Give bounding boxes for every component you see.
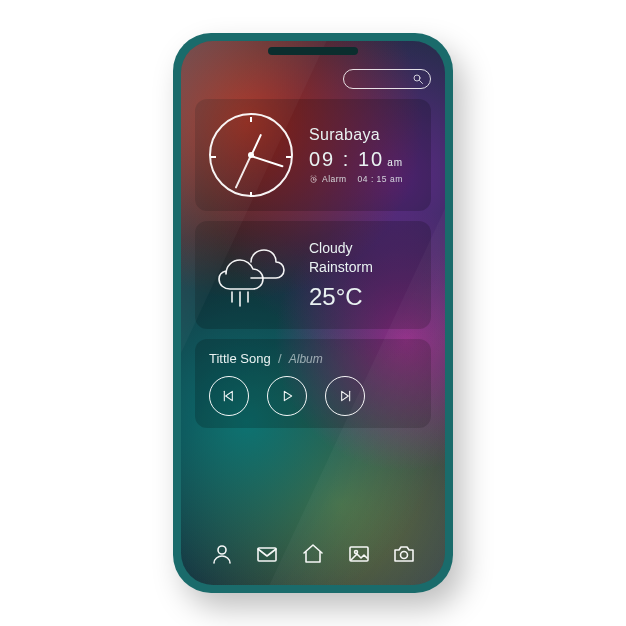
alarm-row: Alarm 04 : 15 am bbox=[309, 174, 403, 184]
svg-point-15 bbox=[218, 546, 226, 554]
track-info: Tittle Song / Album bbox=[209, 351, 417, 366]
dock bbox=[195, 533, 431, 575]
analog-clock-icon bbox=[209, 113, 293, 197]
temperature: 25°C bbox=[309, 283, 373, 311]
gallery-button[interactable] bbox=[344, 539, 374, 569]
weather-widget[interactable]: Cloudy Rainstorm 25°C bbox=[195, 221, 431, 329]
alarm-icon bbox=[309, 175, 318, 184]
svg-line-5 bbox=[311, 175, 312, 176]
clock-widget[interactable]: Surabaya 09 : 10am Alarm 04 : 15 am bbox=[195, 99, 431, 211]
svg-point-18 bbox=[354, 551, 357, 554]
svg-rect-16 bbox=[258, 548, 276, 561]
profile-button[interactable] bbox=[207, 539, 237, 569]
search-icon bbox=[412, 73, 424, 85]
cloud-rain-icon bbox=[209, 235, 293, 315]
phone-frame: Surabaya 09 : 10am Alarm 04 : 15 am bbox=[173, 33, 453, 593]
svg-point-19 bbox=[401, 552, 408, 559]
svg-line-6 bbox=[315, 175, 316, 176]
svg-line-1 bbox=[420, 81, 423, 84]
screen: Surabaya 09 : 10am Alarm 04 : 15 am bbox=[181, 41, 445, 585]
digital-time: 09 : 10am bbox=[309, 148, 403, 171]
next-button[interactable] bbox=[325, 376, 365, 416]
mail-button[interactable] bbox=[252, 539, 282, 569]
skip-forward-icon bbox=[337, 388, 353, 404]
weather-condition: Cloudy Rainstorm bbox=[309, 239, 373, 277]
camera-icon bbox=[392, 542, 416, 566]
play-icon bbox=[279, 388, 295, 404]
song-title: Tittle Song bbox=[209, 351, 271, 366]
home-button[interactable] bbox=[298, 539, 328, 569]
user-icon bbox=[210, 542, 234, 566]
svg-marker-10 bbox=[226, 391, 233, 400]
search-input[interactable] bbox=[343, 69, 431, 89]
play-button[interactable] bbox=[267, 376, 307, 416]
home-icon bbox=[301, 542, 325, 566]
previous-button[interactable] bbox=[209, 376, 249, 416]
music-widget[interactable]: Tittle Song / Album bbox=[195, 339, 431, 428]
svg-marker-13 bbox=[342, 391, 349, 400]
svg-point-0 bbox=[414, 75, 420, 81]
location-label: Surabaya bbox=[309, 126, 403, 144]
album-name: Album bbox=[289, 352, 323, 366]
mail-icon bbox=[255, 542, 279, 566]
camera-button[interactable] bbox=[389, 539, 419, 569]
svg-marker-12 bbox=[284, 391, 291, 400]
skip-back-icon bbox=[221, 388, 237, 404]
image-icon bbox=[347, 542, 371, 566]
